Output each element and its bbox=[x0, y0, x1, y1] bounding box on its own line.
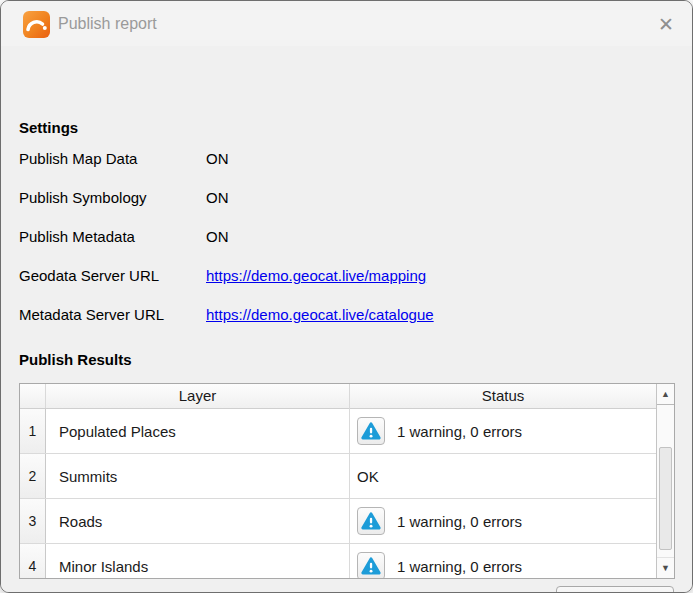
dialog-content: Settings Publish Map Data ON Publish Sym… bbox=[1, 46, 692, 592]
table-header: Layer Status bbox=[20, 384, 656, 409]
settings-heading: Settings bbox=[19, 119, 78, 136]
setting-row: Metadata Server URL https://demo.geocat.… bbox=[19, 305, 674, 325]
layer-cell: Populated Places bbox=[47, 409, 350, 453]
vertical-scrollbar[interactable]: ▲ ▼ bbox=[656, 384, 674, 578]
column-header-layer[interactable]: Layer bbox=[46, 384, 350, 409]
results-table: 1 Populated Places 1 warning, 0 errors 2… bbox=[19, 383, 675, 579]
layer-cell: Minor Islands bbox=[47, 544, 350, 578]
status-cell: 1 warning, 0 errors bbox=[351, 544, 656, 578]
table-row[interactable]: 4 Minor Islands 1 warning, 0 errors bbox=[20, 544, 656, 578]
setting-row: Publish Metadata ON bbox=[19, 227, 674, 247]
setting-row: Publish Map Data ON bbox=[19, 149, 674, 169]
geocat-bridge-icon bbox=[23, 11, 50, 38]
warning-icon[interactable] bbox=[357, 507, 385, 535]
close-icon[interactable]: ✕ bbox=[650, 8, 682, 40]
setting-label: Publish Metadata bbox=[19, 227, 135, 247]
publish-report-dialog: Publish report ✕ Settings Publish Map Da… bbox=[0, 0, 693, 593]
scroll-down-icon[interactable]: ▼ bbox=[657, 557, 674, 578]
table-row[interactable]: 1 Populated Places 1 warning, 0 errors bbox=[20, 409, 656, 454]
setting-value: ON bbox=[206, 188, 229, 208]
status-cell: OK bbox=[351, 454, 656, 498]
status-text: 1 warning, 0 errors bbox=[397, 423, 522, 440]
window-title: Publish report bbox=[58, 1, 157, 46]
results-rows: 1 Populated Places 1 warning, 0 errors 2… bbox=[20, 384, 656, 578]
header-corner-cell bbox=[20, 384, 46, 408]
table-row[interactable]: 2 Summits OK bbox=[20, 454, 656, 499]
setting-label: Publish Symbology bbox=[19, 188, 147, 208]
status-text: OK bbox=[357, 468, 379, 485]
scroll-up-icon[interactable]: ▲ bbox=[657, 384, 674, 405]
setting-row: Geodata Server URL https://demo.geocat.l… bbox=[19, 266, 674, 286]
server-url-link[interactable]: https://demo.geocat.live/catalogue bbox=[206, 305, 434, 325]
setting-label: Geodata Server URL bbox=[19, 266, 159, 286]
table-row[interactable]: 3 Roads 1 warning, 0 errors bbox=[20, 499, 656, 544]
setting-label: Publish Map Data bbox=[19, 149, 137, 169]
server-url-link[interactable]: https://demo.geocat.live/mapping bbox=[206, 266, 426, 286]
layer-cell: Roads bbox=[47, 499, 350, 543]
status-text: 1 warning, 0 errors bbox=[397, 513, 522, 530]
title-bar: Publish report ✕ bbox=[1, 1, 692, 46]
results-heading: Publish Results bbox=[19, 351, 132, 368]
warning-icon[interactable] bbox=[357, 552, 385, 578]
setting-value: ON bbox=[206, 149, 229, 169]
status-cell: 1 warning, 0 errors bbox=[351, 409, 656, 453]
row-number-cell: 1 bbox=[20, 409, 46, 453]
row-number-cell: 3 bbox=[20, 499, 46, 543]
row-number-cell: 2 bbox=[20, 454, 46, 498]
ok-button[interactable]: OK bbox=[556, 586, 674, 593]
setting-row: Publish Symbology ON bbox=[19, 188, 674, 208]
setting-value: ON bbox=[206, 227, 229, 247]
scrollbar-thumb[interactable] bbox=[659, 447, 672, 550]
status-cell: 1 warning, 0 errors bbox=[351, 499, 656, 543]
status-text: 1 warning, 0 errors bbox=[397, 558, 522, 575]
layer-cell: Summits bbox=[47, 454, 350, 498]
setting-label: Metadata Server URL bbox=[19, 305, 164, 325]
warning-icon[interactable] bbox=[357, 417, 385, 445]
row-number-cell: 4 bbox=[20, 544, 46, 578]
column-header-status[interactable]: Status bbox=[350, 384, 656, 409]
